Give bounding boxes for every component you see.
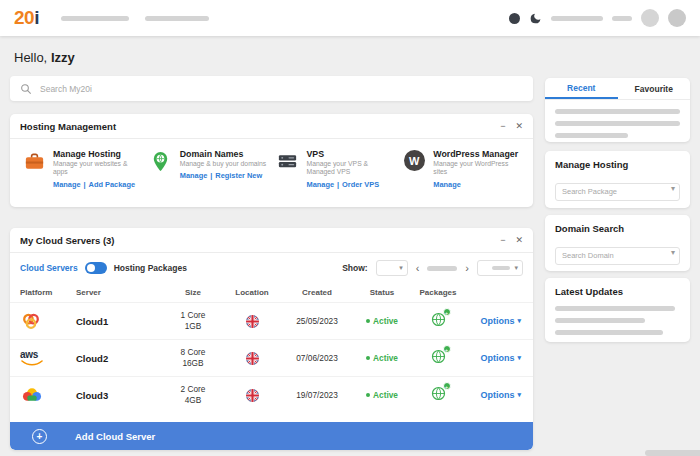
add-package-globe-icon[interactable]: + [431,386,446,405]
feature-vps: VPS Manage your VPS & Managed VPS Manage… [272,149,399,189]
plus-badge-icon: + [443,382,451,390]
aws-icon: aws [20,350,76,366]
chevron-down-icon: ▾ [517,354,521,362]
col-size: Size [162,288,224,297]
uk-flag-icon [224,315,280,328]
avatar[interactable] [641,9,659,27]
add-package-globe-icon[interactable]: + [431,349,446,368]
logo-text-20: 20 [14,7,34,28]
feature-title: Manage Hosting [53,149,142,159]
google-cloud-icon [20,386,76,404]
col-server: Server [76,288,162,297]
feature-subtitle: Manage & buy your domains [180,160,267,168]
search-icon [20,83,32,95]
recent-favourite-card: Recent Favourite [545,78,690,142]
chevron-down-icon: ▾ [517,391,521,399]
search-input[interactable] [40,84,523,94]
global-search [10,76,533,101]
hosting-packages-toggle-label[interactable]: Hosting Packages [114,263,187,273]
tab-favourite[interactable]: Favourite [618,78,691,99]
minimize-icon[interactable]: − [500,236,505,245]
server-name: Cloud1 [76,316,162,327]
close-icon[interactable]: ✕ [515,236,523,245]
cloud-servers-toggle-label[interactable]: Cloud Servers [20,263,78,273]
cloud-servers-title: My Cloud Servers (3) [20,235,115,246]
options-label: Options [480,353,514,363]
manage-link[interactable]: Manage [180,171,208,180]
options-label: Options [480,316,514,326]
skeleton-bar [551,16,603,21]
options-button[interactable]: Options ▾ [466,316,523,326]
col-packages: Packages [410,288,466,297]
manage-link[interactable]: Manage [307,180,335,189]
search-package-input[interactable] [555,183,680,201]
multicloud-icon [20,310,76,332]
col-created: Created [280,288,354,297]
feature-manage-hosting: Manage Hosting Manage your websites & ap… [18,149,145,189]
link-separator: | [84,180,86,189]
search-domain-input[interactable] [555,247,680,265]
feature-wordpress-manager: W WordPress Manager Manage your WordPres… [398,149,525,189]
dark-mode-moon-icon[interactable] [529,12,542,25]
avatar[interactable] [668,9,686,27]
table-row: Cloud1 1 Core 1GB 25/05/2023 Active + Op… [10,302,533,339]
show-label: Show: [342,263,368,273]
page-select[interactable]: ▾ [477,260,523,276]
show-count-select[interactable]: ▾ [376,260,408,276]
manage-link[interactable]: Manage [433,180,461,189]
add-package-link[interactable]: Add Package [89,180,135,189]
top-bar: 20i [0,0,700,36]
options-button[interactable]: Options ▾ [466,353,523,363]
server-ram: 16GB [182,358,203,369]
status-dot [366,393,370,397]
uk-flag-icon [224,352,280,365]
plus-badge-icon: + [443,345,451,353]
feature-subtitle: Manage your websites & apps [53,160,142,177]
page-prev-icon[interactable]: ‹ [416,263,420,274]
manage-hosting-title: Manage Hosting [555,159,680,170]
add-cloud-server-button[interactable]: + Add Cloud Server [10,422,533,450]
briefcase-icon [21,149,47,189]
feature-title: VPS [307,149,396,159]
latest-updates-card: Latest Updates [545,278,690,342]
skeleton-bar [555,318,645,323]
app-logo[interactable]: 20i [14,7,39,29]
status-dot [366,319,370,323]
chevron-down-icon[interactable]: ▾ [671,248,675,257]
feature-title: WordPress Manager [433,149,522,159]
server-name: Cloud2 [76,353,162,364]
server-ram: 4GB [185,395,202,406]
manage-link[interactable]: Manage [53,180,81,189]
chevron-down-icon[interactable]: ▾ [671,184,675,193]
skeleton-bar [555,121,680,126]
minimize-icon[interactable]: − [500,122,505,131]
table-header: Platform Server Size Location Created St… [10,282,533,302]
server-created: 25/05/2023 [280,316,354,326]
hosting-management-card: Hosting Management − ✕ Manage Hosting Ma… [10,114,533,207]
skeleton-bar [145,16,209,21]
manage-hosting-card: Manage Hosting ▾ [545,151,690,208]
options-button[interactable]: Options ▾ [466,390,523,400]
skeleton-bar [555,109,680,114]
view-toggle[interactable] [85,262,107,274]
skeleton-bar [555,133,628,138]
link-separator: | [337,180,339,189]
server-name: Cloud3 [76,390,162,401]
status-dot [366,356,370,360]
order-vps-link[interactable]: Order VPS [342,180,379,189]
tab-recent[interactable]: Recent [545,78,618,99]
server-created: 07/06/2023 [280,353,354,363]
status-dot-icon [509,13,520,24]
uk-flag-icon [224,389,280,402]
status-text: Active [373,316,398,326]
hosting-management-title: Hosting Management [20,121,116,132]
skeleton-bar [555,330,663,335]
server-created: 19/07/2023 [280,390,354,400]
close-icon[interactable]: ✕ [515,122,523,131]
options-label: Options [480,390,514,400]
add-package-globe-icon[interactable]: + [431,312,446,331]
feature-domain-names: Domain Names Manage & buy your domains M… [145,149,272,189]
page-next-icon[interactable]: › [465,263,469,274]
register-new-link[interactable]: Register New [215,171,262,180]
table-row: Cloud3 2 Core 4GB 19/07/2023 Active + Op… [10,376,533,413]
